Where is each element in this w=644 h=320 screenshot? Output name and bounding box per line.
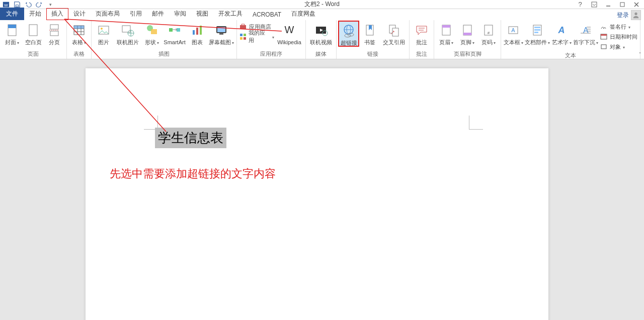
my-apps-button[interactable]: 我的应用 xyxy=(239,32,274,41)
selected-text[interactable]: 学生信息表 xyxy=(155,128,226,148)
group-symbols: π公式 Ω符号 #编号 符号 xyxy=(640,20,644,59)
page-break-button[interactable]: 分页 xyxy=(44,21,64,45)
login-link[interactable]: 登录 xyxy=(617,11,629,20)
picture-button[interactable]: 图片 xyxy=(94,21,114,45)
chart-icon xyxy=(189,22,205,38)
tab-design[interactable]: 设计 xyxy=(68,8,91,20)
window-controls: ? xyxy=(576,1,644,9)
shapes-button[interactable]: 形状 xyxy=(142,21,162,46)
smartart-button[interactable]: SmartArt xyxy=(163,21,186,45)
quickparts-icon xyxy=(529,22,545,38)
online-video-icon xyxy=(313,22,329,38)
group-media: 联机视频 媒体 xyxy=(306,20,337,59)
group-comments: 批注 批注 xyxy=(410,20,434,59)
tab-developer[interactable]: 开发工具 xyxy=(213,8,248,20)
tab-insert[interactable]: 插入 xyxy=(46,8,68,20)
redo-icon[interactable] xyxy=(35,1,43,9)
svg-rect-54 xyxy=(463,33,471,35)
tab-baidu[interactable]: 百度网盘 xyxy=(286,8,320,20)
tab-acrobat[interactable]: ACROBAT xyxy=(248,10,286,20)
help-icon[interactable]: ? xyxy=(576,1,585,9)
tab-references[interactable]: 引用 xyxy=(125,8,147,20)
group-apps: 应用商店 我的应用 WWikipedia 应用程序 xyxy=(237,20,306,59)
picture-icon xyxy=(96,22,112,38)
header-button[interactable]: 页眉 xyxy=(436,21,456,46)
blank-page-button[interactable]: 空白页 xyxy=(23,21,43,45)
undo-icon[interactable] xyxy=(24,1,32,9)
cover-page-button[interactable]: 封面 xyxy=(2,21,22,46)
close-icon[interactable] xyxy=(632,1,641,9)
comment-icon xyxy=(414,22,430,38)
svg-text:A: A xyxy=(511,27,515,33)
group-label-illustrations: 插图 xyxy=(94,50,234,59)
group-label-links: 链接 xyxy=(339,50,407,59)
textbox-button[interactable]: A文本框 xyxy=(503,21,523,46)
object-icon xyxy=(600,43,608,51)
my-apps-icon xyxy=(239,33,247,41)
tab-layout[interactable]: 页面布局 xyxy=(91,8,125,20)
tab-view[interactable]: 视图 xyxy=(191,8,213,20)
user-avatar-icon[interactable] xyxy=(631,10,641,20)
screenshot-button[interactable]: 屏幕截图 xyxy=(208,21,234,46)
svg-rect-71 xyxy=(601,45,606,49)
hyperlink-icon xyxy=(341,23,357,39)
svg-rect-28 xyxy=(196,28,198,35)
svg-rect-60 xyxy=(534,27,540,28)
smartart-icon xyxy=(167,22,183,38)
group-label-media: 媒体 xyxy=(308,50,334,59)
svg-text:#: # xyxy=(488,31,490,35)
svg-rect-37 xyxy=(244,37,246,40)
wikipedia-icon: W xyxy=(281,22,297,38)
group-illustrations: 图片 联机图片 形状 SmartArt 图表 屏幕截图 插图 xyxy=(92,20,237,59)
svg-rect-9 xyxy=(29,25,37,36)
bookmark-icon xyxy=(362,22,378,38)
datetime-button[interactable]: 日期和时间 xyxy=(600,32,638,41)
svg-text:W: W xyxy=(4,3,8,7)
online-video-button[interactable]: 联机视频 xyxy=(308,21,334,45)
wordart-icon: A xyxy=(553,22,570,38)
wikipedia-button[interactable]: WWikipedia xyxy=(275,21,303,45)
tab-file[interactable]: 文件 xyxy=(0,8,24,20)
dropcap-button[interactable]: A首字下沉 xyxy=(573,21,599,46)
ribbon-tabs: 文件 开始 插入 设计 页面布局 引用 邮件 审阅 视图 开发工具 ACROBA… xyxy=(0,9,644,20)
crossref-button[interactable]: 交叉引用 xyxy=(381,21,407,45)
signature-button[interactable]: 签名行 xyxy=(600,22,638,31)
svg-rect-8 xyxy=(8,25,16,28)
window-title: 文档2 - Word xyxy=(304,0,340,9)
cover-page-icon xyxy=(4,22,20,38)
comment-button[interactable]: 批注 xyxy=(412,21,432,45)
wordart-button[interactable]: A艺术字 xyxy=(551,21,572,46)
svg-rect-32 xyxy=(219,33,223,35)
quickparts-button[interactable]: 文档部件 xyxy=(524,21,550,46)
textbox-icon: A xyxy=(505,22,521,38)
ribbon: 封面 空白页 分页 页面 表格 表格 图片 联机图片 形状 SmartArt 图… xyxy=(0,20,644,59)
group-text: A文本框 文档部件 A艺术字 A首字下沉 签名行 日期和时间 对象 文本 xyxy=(501,20,640,59)
tab-home[interactable]: 开始 xyxy=(24,8,46,20)
tab-review[interactable]: 审阅 xyxy=(169,8,191,20)
collapse-ribbon-icon[interactable]: ˆ xyxy=(639,52,641,58)
pagenum-button[interactable]: #页码 xyxy=(478,21,499,46)
svg-point-20 xyxy=(101,28,103,30)
bookmark-button[interactable]: 书签 xyxy=(360,21,380,45)
object-button[interactable]: 对象 xyxy=(600,42,638,51)
svg-rect-24 xyxy=(151,29,157,34)
online-picture-icon xyxy=(120,22,136,38)
qat-customize-icon[interactable]: ▾ xyxy=(46,1,54,9)
ribbon-options-icon[interactable] xyxy=(590,1,599,9)
group-pages: 封面 空白页 分页 页面 xyxy=(0,20,67,59)
svg-rect-21 xyxy=(122,26,130,32)
hyperlink-button[interactable]: 超链接 xyxy=(339,21,359,46)
group-links: 超链接 书签 交叉引用 链接 xyxy=(337,20,410,59)
table-button[interactable]: 表格 xyxy=(69,21,89,46)
svg-text:A: A xyxy=(558,25,565,35)
maximize-icon[interactable] xyxy=(618,1,627,9)
group-label-apps: 应用程序 xyxy=(239,50,303,59)
document-page[interactable]: 学生信息表 先选中需要添加超链接的文字内容 xyxy=(86,68,548,320)
minimize-icon[interactable] xyxy=(604,1,613,9)
svg-rect-61 xyxy=(534,29,540,31)
chart-button[interactable]: 图表 xyxy=(187,21,207,45)
app-store-icon xyxy=(239,23,247,31)
tab-mailings[interactable]: 邮件 xyxy=(147,8,169,20)
online-picture-button[interactable]: 联机图片 xyxy=(115,21,141,45)
footer-button[interactable]: 页脚 xyxy=(457,21,477,46)
